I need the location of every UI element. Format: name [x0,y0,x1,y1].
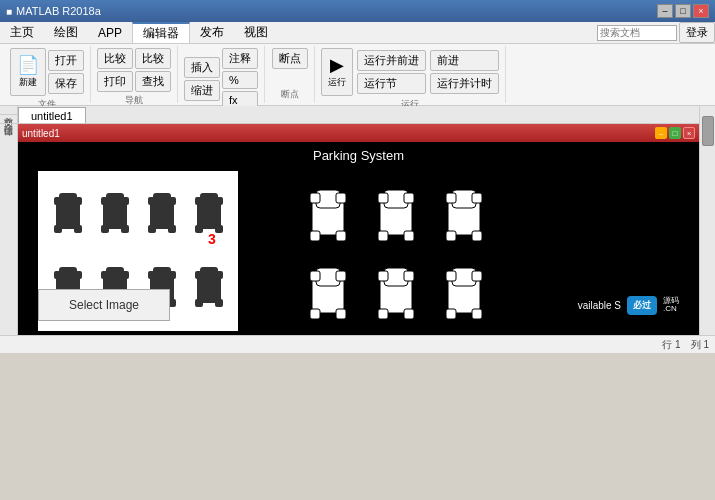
maximize-button[interactable]: □ [675,4,691,18]
car-left-1 [46,179,89,249]
parking-bottom: Select Image vailable S 必过 源码 .CN [18,275,699,335]
svg-rect-5 [74,197,82,205]
toolbar-group-file: 📄 新建 打开 保存 文件 [4,46,91,103]
breakpoint-button[interactable]: 断点 [272,48,308,69]
menu-bar: 主页 绘图 APP 编辑器 发布 视图 登录 [0,22,715,44]
run-icon: ▶ [330,56,344,74]
svg-rect-64 [446,193,456,203]
svg-rect-2 [54,225,62,233]
svg-rect-16 [148,197,156,205]
svg-rect-63 [472,231,482,241]
find-files-button[interactable]: 比较 [135,48,171,69]
app-titlebar: untitled1 – □ × [18,124,699,142]
run-advance-button[interactable]: 运行并前进 [357,50,426,71]
status-right: 行 1 列 1 [662,338,709,352]
scroll-thumb[interactable] [702,116,714,146]
inner-close[interactable]: × [683,127,695,139]
watermark-cn-label: .CN [663,305,679,313]
login-button[interactable]: 登录 [679,22,715,43]
svg-rect-20 [195,225,203,233]
new-button[interactable]: 📄 新建 [10,48,46,96]
panel-label-2: 详细信 [0,115,17,124]
row-indicator: 行 1 [662,338,680,352]
svg-rect-62 [446,231,456,241]
main-layout: 前文交 详细信 untitled1 untitled1 – □ × [0,106,715,335]
svg-rect-50 [310,231,320,241]
svg-rect-22 [195,197,203,205]
svg-rect-14 [148,225,156,233]
car-right-3 [434,181,494,251]
run-time-button[interactable]: 运行并计时 [430,73,499,94]
close-button[interactable]: × [693,4,709,18]
new-icon: 📄 [17,56,39,74]
menu-tab-publish[interactable]: 发布 [190,22,234,43]
inner-minimize[interactable]: – [655,127,667,139]
watermark-top: 必过 [633,299,651,312]
app-window-title: untitled1 [22,128,60,139]
run-button[interactable]: ▶ 运行 [321,48,353,96]
percent-button[interactable]: % [222,71,258,89]
panel-label-1: 前文交 [0,106,17,115]
parking-ui: Parking System [18,142,699,335]
print-button[interactable]: 打印 [97,71,133,92]
svg-rect-59 [404,193,414,203]
svg-rect-10 [101,197,109,205]
status-bar: 行 1 列 1 [0,335,715,353]
find-button[interactable]: 查找 [135,71,171,92]
save-button[interactable]: 保存 [48,73,84,94]
toolbar-group-run: ▶ 运行 运行并前进 运行节 前进 运行并计时 运行 [315,46,506,103]
editor-main: untitled1 untitled1 – □ × Parking System [18,106,699,335]
compare-button[interactable]: 比较 [97,48,133,69]
left-panels: 前文交 详细信 [0,106,18,335]
nav-group-label: 导航 [125,92,143,107]
select-image-button[interactable]: Select Image [38,289,170,321]
car-left-3 [140,179,183,249]
toolbar-group-breakpoint: 断点 断点 [265,46,315,103]
svg-rect-15 [168,225,176,233]
toolbar: 📄 新建 打开 保存 文件 比较 打印 比较 查找 导航 插入 [0,44,715,106]
svg-rect-51 [336,231,346,241]
number-badge: 3 [208,231,216,247]
car-right-2 [366,181,426,251]
svg-rect-9 [121,225,129,233]
menu-tab-editor[interactable]: 编辑器 [132,22,190,43]
svg-rect-57 [404,231,414,241]
watermark-area: vailable S 必过 源码 .CN [578,296,679,315]
menu-tab-app[interactable]: APP [88,22,132,43]
svg-rect-23 [215,197,223,205]
run-section-button[interactable]: 运行节 [357,73,426,94]
app-window: untitled1 – □ × Parking System [18,124,699,335]
comment-button[interactable]: 注释 [222,48,258,69]
svg-rect-3 [74,225,82,233]
breakpoint-group-label: 断点 [281,86,299,101]
insert-button[interactable]: 插入 [184,57,220,78]
search-box: 登录 [597,22,715,43]
car-right-1 [298,181,358,251]
inner-maximize[interactable]: □ [669,127,681,139]
watermark-cn: 源码 .CN [663,297,679,313]
editor-tab-untitled[interactable]: untitled1 [18,107,86,123]
svg-rect-8 [101,225,109,233]
right-scrollbar-area [699,106,715,335]
menu-tab-plot[interactable]: 绘图 [44,22,88,43]
svg-rect-52 [310,193,320,203]
open-button[interactable]: 打开 [48,50,84,71]
menu-tab-home[interactable]: 主页 [0,22,44,43]
toolbar-group-nav: 比较 打印 比较 查找 导航 [91,46,178,103]
toolbar-group-edit: 插入 缩进 注释 % fx 编辑 [178,46,265,103]
svg-rect-11 [121,197,129,205]
title-bar: ■ MATLAB R2018a – □ × [0,0,715,22]
run-advance2-button[interactable]: 前进 [430,50,499,71]
app-icon: ■ [6,6,12,17]
watermark-logo: 必过 [627,296,657,315]
svg-rect-17 [168,197,176,205]
minimize-button[interactable]: – [657,4,673,18]
window-controls-inner: – □ × [655,127,695,139]
svg-rect-58 [378,193,388,203]
editor-tabs: untitled1 [18,106,699,124]
search-input[interactable] [597,25,677,41]
menu-tab-view[interactable]: 视图 [234,22,278,43]
car-left-2 [93,179,136,249]
window-controls: – □ × [657,4,709,18]
indent-button[interactable]: 缩进 [184,80,220,101]
